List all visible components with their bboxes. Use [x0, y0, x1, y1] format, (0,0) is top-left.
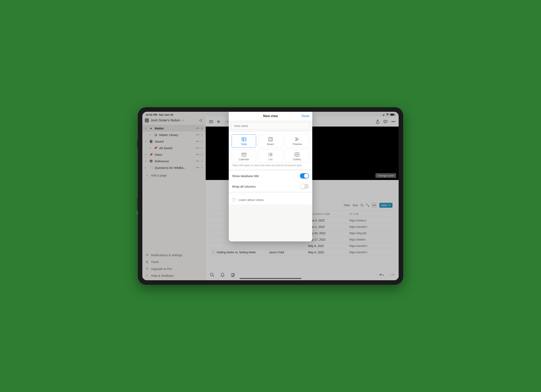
modal-title: New view [263, 114, 278, 118]
view-name-input[interactable] [232, 122, 309, 129]
wrap-columns-option[interactable]: Wrap all columns [229, 181, 312, 192]
view-type-description: Table with types to store and view any k… [229, 164, 312, 169]
view-type-label: Board [267, 143, 274, 146]
view-type-label: Timeline [292, 143, 302, 146]
svg-point-15 [268, 153, 269, 154]
show-title-toggle[interactable] [300, 173, 309, 178]
svg-point-17 [268, 156, 269, 156]
view-type-label: List [268, 158, 272, 161]
wrap-columns-toggle[interactable] [300, 184, 309, 189]
svg-rect-11 [242, 137, 246, 141]
learn-views-label: Learn about views [239, 198, 264, 202]
show-title-option[interactable]: Show database title [229, 171, 312, 181]
timeline-icon [295, 137, 299, 142]
show-title-label: Show database title [232, 174, 259, 178]
question-icon: ? [232, 198, 236, 202]
view-type-label: Calendar [239, 158, 249, 161]
view-type-list[interactable]: List [258, 150, 283, 163]
board-icon [268, 137, 273, 142]
view-type-table[interactable]: Table [232, 134, 256, 148]
wrap-columns-label: Wrap all columns [232, 185, 256, 188]
svg-text:31: 31 [243, 154, 245, 156]
view-type-gallery[interactable]: Gallery [285, 150, 309, 163]
calendar-icon: 31 [242, 152, 246, 157]
view-type-board[interactable]: Board [258, 134, 283, 148]
gallery-icon [295, 152, 299, 157]
home-indicator[interactable] [240, 278, 301, 279]
table-icon [242, 137, 246, 142]
list-icon [268, 152, 273, 157]
svg-rect-12 [268, 137, 273, 141]
view-type-timeline[interactable]: Timeline [285, 134, 309, 148]
new-view-modal: New view Done TableBoardTimeline31Calend… [229, 112, 312, 241]
done-button[interactable]: Done [302, 114, 309, 118]
svg-point-16 [268, 154, 269, 155]
view-type-calendar[interactable]: 31Calendar [232, 150, 256, 163]
view-type-label: Table [241, 143, 247, 146]
view-type-label: Gallery [293, 158, 301, 161]
learn-views-button[interactable]: ? Learn about views [229, 195, 312, 204]
